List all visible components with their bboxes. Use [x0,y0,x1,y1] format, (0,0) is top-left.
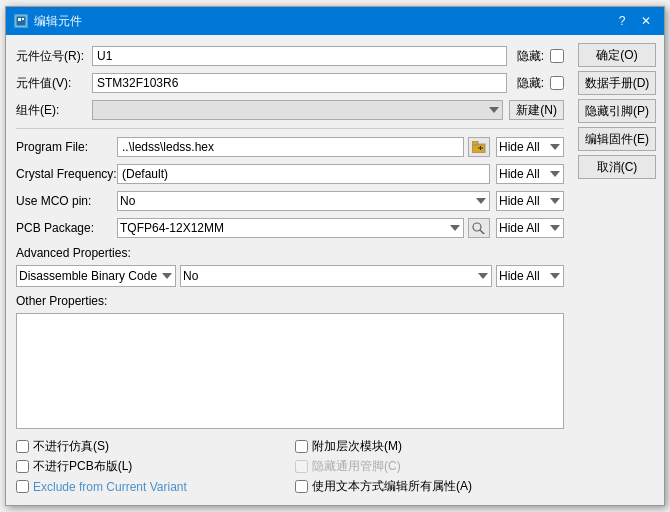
bottom-checkboxes: 不进行仿真(S) 附加层次模块(M) 不进行PCB布版(L) 隐藏通用管脚(C)… [16,434,564,497]
use-mco-row: Use MCO pin: No Yes Hide All Show All [16,190,564,212]
no-pcb-label: 不进行PCB布版(L) [33,458,132,475]
svg-line-8 [480,230,485,234]
use-text-edit-row: 使用文本方式编辑所有属性(A) [295,478,564,495]
component-select[interactable] [92,100,503,120]
other-props-textarea[interactable] [16,313,564,429]
advanced-hide-select[interactable]: Hide All Show All [496,265,564,287]
hide-label-2: 隐藏: [517,75,544,92]
hide-common-label: 隐藏通用管脚(C) [312,458,401,475]
title-bar-left: 编辑元件 [14,13,82,30]
edit-component-dialog: 编辑元件 ? ✕ 元件位号(R): 隐藏: 元件值(V): 隐藏: [5,6,665,506]
exclude-variant-row: Exclude from Current Variant [16,478,285,495]
program-file-label: Program File: [16,140,111,154]
use-mco-select[interactable]: No Yes [117,191,490,211]
cancel-button[interactable]: 取消(C) [578,155,656,179]
advanced-label: Advanced Properties: [16,246,564,260]
use-mco-label: Use MCO pin: [16,194,111,208]
hide-label-1: 隐藏: [517,48,544,65]
title-bar: 编辑元件 ? ✕ [6,7,664,35]
app-icon [14,14,28,28]
no-pcb-checkbox[interactable] [16,460,29,473]
separator-1 [16,128,564,129]
right-panel: 确定(O) 数据手册(D) 隐藏引脚(P) 编辑固件(E) 取消(C) [574,35,664,505]
value-hide-checkbox[interactable] [550,76,564,90]
ref-label: 元件位号(R): [16,48,86,65]
exclude-variant-label: Exclude from Current Variant [33,480,187,494]
crystal-freq-label: Crystal Frequency: [16,167,111,181]
new-button[interactable]: 新建(N) [509,100,564,120]
svg-rect-4 [472,141,478,145]
advanced-prop-select[interactable]: Disassemble Binary Code [16,265,176,287]
program-file-hide-select[interactable]: Hide All Show All [496,137,564,157]
component-label: 组件(E): [16,102,86,119]
value-row: 元件值(V): 隐藏: [16,72,564,94]
ref-row: 元件位号(R): 隐藏: [16,45,564,67]
title-controls: ? ✕ [612,12,656,30]
advanced-value-select[interactable]: No Yes [180,265,492,287]
ref-input[interactable] [92,46,507,66]
other-props-label: Other Properties: [16,294,564,308]
pcb-package-hide-select[interactable]: Hide All Show All [496,218,564,238]
value-label: 元件值(V): [16,75,86,92]
pcb-package-label: PCB Package: [16,221,111,235]
ref-hide-checkbox[interactable] [550,49,564,63]
pcb-package-group: TQFP64-12X12MM [117,218,490,238]
hide-pins-button[interactable]: 隐藏引脚(P) [578,99,656,123]
value-input[interactable] [92,73,507,93]
pcb-package-browse-button[interactable] [468,218,490,238]
program-file-group [117,137,490,157]
svg-rect-2 [22,18,24,20]
advanced-row: Disassemble Binary Code No Yes Hide All … [16,265,564,287]
program-file-input[interactable] [117,137,464,157]
dialog-title: 编辑元件 [34,13,82,30]
use-text-edit-label: 使用文本方式编辑所有属性(A) [312,478,472,495]
use-mco-hide-select[interactable]: Hide All Show All [496,191,564,211]
crystal-freq-row: Crystal Frequency: Hide All Show All [16,163,564,185]
no-sim-label: 不进行仿真(S) [33,438,109,455]
svg-point-7 [473,223,481,231]
attach-module-checkbox[interactable] [295,440,308,453]
edit-firmware-button[interactable]: 编辑固件(E) [578,127,656,151]
svg-rect-1 [18,18,21,21]
no-sim-checkbox[interactable] [16,440,29,453]
attach-module-row: 附加层次模块(M) [295,438,564,455]
crystal-freq-hide-select[interactable]: Hide All Show All [496,164,564,184]
program-file-row: Program File: Hide All Show All [16,136,564,158]
crystal-freq-input[interactable] [117,164,490,184]
program-file-browse-button[interactable] [468,137,490,157]
exclude-variant-checkbox[interactable] [16,480,29,493]
datasheet-button[interactable]: 数据手册(D) [578,71,656,95]
use-text-edit-checkbox[interactable] [295,480,308,493]
attach-module-label: 附加层次模块(M) [312,438,402,455]
dialog-body: 元件位号(R): 隐藏: 元件值(V): 隐藏: 组件(E): 新建(N) [6,35,664,505]
hide-common-checkbox [295,460,308,473]
no-pcb-row: 不进行PCB布版(L) [16,458,285,475]
hide-common-row: 隐藏通用管脚(C) [295,458,564,475]
no-sim-row: 不进行仿真(S) [16,438,285,455]
main-content: 元件位号(R): 隐藏: 元件值(V): 隐藏: 组件(E): 新建(N) [6,35,574,505]
component-row: 组件(E): 新建(N) [16,99,564,121]
close-button[interactable]: ✕ [636,12,656,30]
help-button[interactable]: ? [612,12,632,30]
pcb-package-select[interactable]: TQFP64-12X12MM [117,218,464,238]
pcb-package-row: PCB Package: TQFP64-12X12MM Hide All Sho… [16,217,564,239]
ok-button[interactable]: 确定(O) [578,43,656,67]
